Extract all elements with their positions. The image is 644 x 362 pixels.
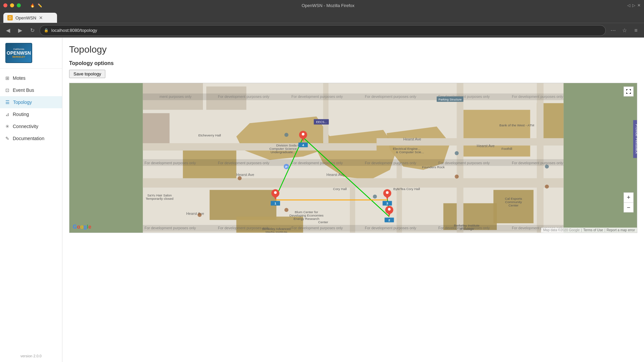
sidebar-item-topology-label: Topology <box>13 100 32 105</box>
sidebar-item-documentation[interactable]: ✎ Documentation <box>0 132 62 144</box>
documentation-icon: ✎ <box>5 136 9 141</box>
connectivity-icon: ✳ <box>5 124 9 129</box>
svg-text:For development purposes only: For development purposes only <box>145 161 196 165</box>
svg-text:Cory Hall: Cory Hall <box>333 187 347 191</box>
logo-text-california: California <box>13 48 24 50</box>
sidebar: California OPENWSN BERKELEY ⊞ Motes ⊡ Ev… <box>0 38 62 362</box>
svg-text:Hearst Ave: Hearst Ave <box>403 137 421 141</box>
address-bar[interactable]: 🔒 localhost:8080/topology <box>40 25 606 36</box>
svg-text:Hearst Ave: Hearst Ave <box>477 144 494 148</box>
svg-text:For development purposes only: For development purposes only <box>512 161 564 165</box>
svg-point-119 <box>284 133 288 137</box>
routing-icon: ⊿ <box>5 112 9 117</box>
app-logo: California OPENWSN BERKELEY <box>5 43 32 63</box>
svg-text:1: 1 <box>274 201 276 205</box>
topology-icon: ☰ <box>5 100 10 105</box>
main-content: Topology Topology options Save topology <box>62 38 644 362</box>
separator1: | <box>581 228 582 232</box>
app-container: California OPENWSN BERKELEY ⊞ Motes ⊡ Ev… <box>0 38 644 362</box>
svg-text:Parking Structure: Parking Structure <box>438 98 462 101</box>
report-map-error-link[interactable]: Report a map error <box>607 228 635 232</box>
terms-of-use-link[interactable]: Terms of Use <box>583 228 603 232</box>
zoom-in-button[interactable]: + <box>624 192 634 202</box>
back-button[interactable]: ◀ <box>3 26 13 35</box>
close-window-btn[interactable] <box>3 3 7 7</box>
map-controls: + − <box>624 192 634 213</box>
svg-text:For development purposes only: For development purposes only <box>291 161 343 165</box>
chevron-left-icon[interactable]: ◁ <box>627 3 630 8</box>
svg-text:For development purposes only: For development purposes only <box>218 161 270 165</box>
svg-point-88 <box>198 213 202 217</box>
active-tab[interactable]: O OpenWSN ✕ <box>3 13 57 23</box>
window-title: OpenWSN - Mozilla Firefox <box>42 3 614 8</box>
chevron-right-icon[interactable]: ▷ <box>632 3 635 8</box>
svg-text:2: 2 <box>388 218 390 222</box>
save-topology-button[interactable]: Save topology <box>69 70 105 78</box>
svg-point-102 <box>388 208 391 210</box>
svg-text:Foothill: Foothill <box>501 147 512 150</box>
svg-text:Bank of the West - ATM: Bank of the West - ATM <box>499 123 534 127</box>
svg-point-122 <box>455 151 459 155</box>
extensions-btn[interactable]: ⋯ <box>608 26 618 35</box>
logo-text-openwsn: OPENWSN <box>7 50 31 56</box>
svg-rect-9 <box>464 110 530 157</box>
svg-rect-15 <box>143 143 377 150</box>
svg-text:P: P <box>285 165 288 169</box>
sidebar-item-connectivity-label: Connectivity <box>13 124 38 129</box>
svg-text:For development purposes only: For development purposes only <box>218 95 270 99</box>
svg-text:Energy Research: Energy Research <box>293 217 319 221</box>
zoom-out-button[interactable]: − <box>624 202 634 213</box>
svg-point-97 <box>302 133 305 135</box>
sidebar-item-routing-label: Routing <box>13 112 29 117</box>
sidebar-item-event-bus[interactable]: ⊡ Event Bus <box>0 84 62 96</box>
svg-point-120 <box>545 165 549 169</box>
minimize-window-btn[interactable] <box>10 3 14 7</box>
svg-rect-17 <box>457 83 464 233</box>
svg-point-121 <box>373 195 377 199</box>
feedback-tab[interactable]: Provide Feedback <box>633 120 637 158</box>
svg-rect-3 <box>143 113 170 147</box>
bookmark-btn[interactable]: ☆ <box>620 26 629 35</box>
maximize-window-btn[interactable] <box>17 3 21 7</box>
svg-point-89 <box>284 208 288 212</box>
sidebar-item-topology[interactable]: ☰ Topology <box>0 96 62 108</box>
svg-text:For development purposes only: For development purposes only <box>218 226 270 230</box>
svg-text:For development purposes only: For development purposes only <box>365 161 417 165</box>
forward-button[interactable]: ▶ <box>15 26 25 35</box>
svg-text:For development purposes only: For development purposes only <box>365 95 417 99</box>
topology-options-title: Topology options <box>69 60 637 66</box>
svg-text:ment purposes only: ment purposes only <box>160 95 192 99</box>
svg-point-86 <box>238 176 242 180</box>
tab-bar: O OpenWSN ✕ <box>0 11 644 23</box>
close-icon[interactable]: ✕ <box>637 3 641 8</box>
sidebar-item-documentation-label: Documentation <box>13 136 44 141</box>
svg-text:of Design: of Design <box>460 227 474 231</box>
svg-text:Center: Center <box>318 220 328 224</box>
svg-rect-20 <box>350 178 355 233</box>
feedback-label: Provide Feedback <box>635 124 637 154</box>
svg-text:For development purposes only: For development purposes only <box>365 226 417 230</box>
url-text: localhost:8080/topology <box>51 28 97 33</box>
fullscreen-button[interactable] <box>624 86 634 97</box>
svg-rect-19 <box>323 83 328 143</box>
svg-rect-22 <box>143 159 564 166</box>
svg-text:4: 4 <box>302 143 304 147</box>
refresh-button[interactable]: ↻ <box>28 26 37 35</box>
svg-point-107 <box>274 191 277 194</box>
svg-rect-18 <box>537 83 544 233</box>
svg-text:3: 3 <box>386 201 388 205</box>
svg-text:For development purposes only: For development purposes only <box>145 226 196 230</box>
more-btn[interactable]: ≡ <box>631 26 641 35</box>
page-title: Topology <box>69 44 637 55</box>
toolbar-actions: ⋯ ☆ ≡ <box>608 26 641 35</box>
svg-text:Hearst Ave: Hearst Ave <box>236 173 254 177</box>
sidebar-item-routing[interactable]: ⊿ Routing <box>0 108 62 120</box>
sidebar-item-connectivity[interactable]: ✳ Connectivity <box>0 120 62 132</box>
google-logo: Google <box>73 224 91 230</box>
map-container: For development purposes only For develo… <box>69 83 637 233</box>
svg-text:For development purposes only: For development purposes only <box>438 161 490 165</box>
separator2: | <box>604 228 605 232</box>
tab-close-btn[interactable]: ✕ <box>39 15 43 20</box>
sidebar-item-motes[interactable]: ⊞ Motes <box>0 72 62 84</box>
tab-favicon: O <box>7 15 13 20</box>
